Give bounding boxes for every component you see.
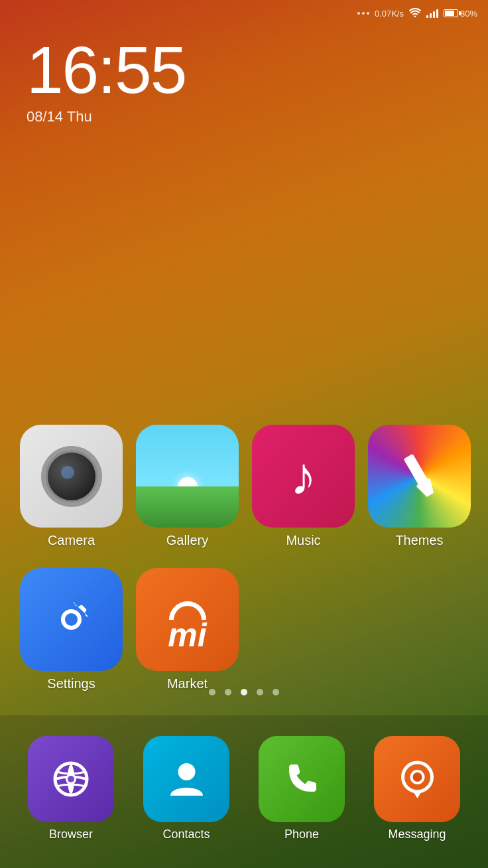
app-market[interactable]: mi Market: [136, 568, 239, 691]
dot-1: [357, 12, 360, 15]
mi-text-icon: mi: [168, 618, 206, 652]
themes-icon-bg: [368, 425, 471, 528]
app-row-1: Camera Gallery ♪ Music: [20, 425, 468, 548]
settings-gear-icon: [43, 591, 99, 648]
app-row-2: Settings mi Market: [20, 568, 468, 691]
svg-point-9: [412, 772, 422, 782]
messaging-icon: [374, 736, 460, 822]
dock-messaging[interactable]: Messaging: [374, 736, 460, 841]
messaging-icon-svg: [396, 757, 439, 800]
network-speed: 0.07K/s: [375, 9, 404, 19]
gallery-icon-bg: [136, 425, 239, 528]
themes-brush-icon: [393, 450, 446, 503]
camera-label: Camera: [48, 533, 95, 548]
signal-bar-2: [430, 13, 432, 18]
battery-fill: [445, 11, 454, 16]
app-settings[interactable]: Settings: [20, 568, 123, 691]
app-gallery[interactable]: Gallery: [136, 425, 239, 548]
phone-icon: [259, 736, 345, 822]
camera-icon-bg: [20, 425, 123, 528]
battery-percent: 80%: [460, 9, 477, 19]
settings-icon-bg: [20, 568, 123, 671]
page-dot-3[interactable]: [257, 689, 263, 695]
dock-browser[interactable]: Browser: [28, 736, 114, 841]
signal-bar-4: [436, 9, 438, 18]
app-music[interactable]: ♪ Music: [252, 425, 355, 548]
contacts-label: Contacts: [162, 828, 210, 841]
battery-icon: [444, 9, 458, 17]
phone-label: Phone: [284, 828, 319, 841]
page-dots: [0, 689, 488, 695]
gallery-label: Gallery: [166, 533, 208, 548]
svg-point-6: [178, 763, 195, 780]
browser-icon: [28, 736, 114, 822]
market-icon-bg: mi: [136, 568, 239, 671]
status-dots: [357, 12, 369, 15]
app-themes[interactable]: Themes: [368, 425, 471, 548]
music-icon-bg: ♪: [252, 425, 355, 528]
clock-area: 16:55 08/14 Thu: [27, 36, 186, 125]
messaging-label: Messaging: [388, 828, 446, 841]
dot-3: [367, 12, 369, 15]
dot-2: [362, 12, 365, 15]
themes-label: Themes: [395, 533, 443, 548]
signal-bar-3: [433, 11, 435, 18]
status-bar: 0.07K/s 80%: [0, 0, 488, 27]
camera-lens-icon: [45, 450, 98, 503]
battery-indicator: 80%: [444, 9, 477, 19]
app-grid: Camera Gallery ♪ Music: [0, 425, 488, 711]
dock-phone[interactable]: Phone: [259, 736, 345, 841]
wifi-icon: [409, 8, 421, 19]
app-camera[interactable]: Camera: [20, 425, 123, 548]
page-dot-1[interactable]: [225, 689, 231, 695]
phone-icon-svg: [282, 759, 322, 799]
signal-icon: [426, 9, 438, 18]
page-dot-4[interactable]: [273, 689, 279, 695]
contacts-icon-svg: [165, 757, 208, 800]
browser-icon-svg: [48, 756, 94, 802]
contacts-icon: [143, 736, 229, 822]
clock-date: 08/14 Thu: [27, 108, 186, 125]
music-label: Music: [286, 533, 320, 548]
page-dot-2[interactable]: [241, 689, 247, 695]
market-mi-container: mi: [136, 568, 239, 671]
signal-bar-1: [426, 15, 428, 18]
gallery-scene: [136, 425, 239, 528]
gallery-ground: [136, 486, 239, 528]
browser-label: Browser: [49, 828, 93, 841]
clock-time: 16:55: [27, 36, 186, 103]
dock-contacts[interactable]: Contacts: [143, 736, 229, 841]
dock: Browser Contacts Phone Mes: [0, 715, 488, 868]
svg-point-5: [68, 776, 74, 782]
page-dot-0[interactable]: [209, 689, 215, 695]
music-note-icon: ♪: [290, 450, 317, 503]
